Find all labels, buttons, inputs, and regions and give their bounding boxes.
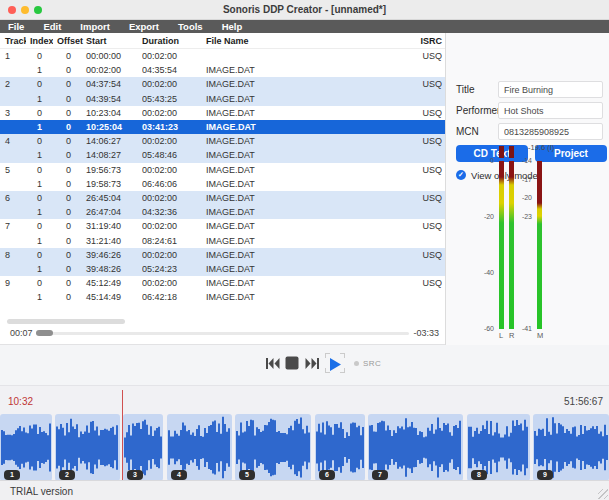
cell-isrc: USQ [401, 165, 445, 175]
cell-offset: 0 [53, 264, 84, 274]
cell-file: IMAGE.DAT [206, 136, 401, 146]
table-row[interactable]: 1039:48:2605:24:23IMAGE.DAT [0, 262, 445, 276]
column-header-index[interactable]: Index [26, 36, 53, 46]
track-marker-badge[interactable]: 2 [59, 470, 75, 480]
track-marker-badge[interactable]: 3 [127, 470, 143, 480]
cell-file: IMAGE.DAT [206, 292, 401, 302]
cell-file: IMAGE.DAT [206, 150, 401, 160]
menu-item-tools[interactable]: Tools [170, 21, 214, 32]
cell-index: 0 [26, 136, 53, 146]
cell-isrc: USQ [401, 221, 445, 231]
cell-offset: 0 [53, 278, 84, 288]
table-row[interactable]: 10000:00:0000:02:00USQ [0, 49, 445, 63]
horizontal-scrollbar[interactable] [7, 319, 125, 324]
track-marker-badge[interactable]: 7 [372, 470, 388, 480]
title-field[interactable] [498, 81, 603, 98]
playback-progress-row: 00:07 -03:33 [0, 325, 445, 343]
table-row[interactable]: 20004:37:5400:02:00IMAGE.DATUSQ [0, 77, 445, 91]
table-row[interactable]: 80039:46:2600:02:00IMAGE.DATUSQ [0, 248, 445, 262]
performer-field[interactable] [498, 102, 603, 119]
table-row[interactable]: 40014:06:2700:02:00IMAGE.DATUSQ [0, 134, 445, 148]
waveform-strip[interactable]: 123456789 [0, 414, 609, 481]
next-track-button[interactable] [305, 356, 321, 370]
table-row[interactable]: 1026:47:0404:32:36IMAGE.DAT [0, 205, 445, 219]
table-row[interactable]: 60026:45:0400:02:00IMAGE.DATUSQ [0, 191, 445, 205]
cell-duration: 04:32:36 [142, 207, 206, 217]
table-row[interactable]: 1014:08:2705:48:46IMAGE.DAT [0, 148, 445, 162]
cell-file: IMAGE.DAT [206, 250, 401, 260]
table-row[interactable]: 1010:25:0403:41:23IMAGE.DAT [0, 120, 445, 134]
cell-offset: 0 [53, 193, 84, 203]
lr-scale-tick: -60 [472, 325, 494, 332]
menu-item-import[interactable]: Import [72, 21, 121, 32]
cell-start: 26:45:04 [84, 193, 142, 203]
table-row[interactable]: 50019:56:7300:02:00IMAGE.DATUSQ [0, 163, 445, 177]
cell-offset: 0 [53, 94, 84, 104]
menu-item-edit[interactable]: Edit [35, 21, 72, 32]
menu-item-help[interactable]: Help [214, 21, 254, 32]
track-marker-badge[interactable]: 5 [239, 470, 255, 480]
cell-offset: 0 [53, 179, 84, 189]
table-row[interactable]: 90045:12:4900:02:00IMAGE.DATUSQ [0, 276, 445, 290]
table-body: 10000:00:0000:02:00USQ1000:02:0004:35:54… [0, 49, 445, 304]
level-meter-left [499, 161, 504, 329]
cell-start: 00:02:00 [84, 65, 142, 75]
progress-track[interactable] [36, 332, 409, 335]
column-header-start[interactable]: Start [84, 36, 142, 46]
view-only-checkbox[interactable]: ✓ [456, 170, 466, 180]
stop-button[interactable] [285, 356, 301, 370]
previous-track-button[interactable] [264, 356, 280, 370]
column-header-offset[interactable]: Offset [53, 36, 84, 46]
cell-start: 45:14:49 [84, 292, 142, 302]
trial-version-label: TRIAL version [10, 486, 73, 497]
cell-file: IMAGE.DAT [206, 221, 401, 231]
cell-start: 31:19:40 [84, 221, 142, 231]
src-status-icon [354, 361, 359, 366]
cell-offset: 0 [53, 150, 84, 160]
cell-offset: 0 [53, 65, 84, 75]
cell-duration: 05:48:46 [142, 150, 206, 160]
clip-indicator-left [499, 146, 504, 158]
column-header-duration[interactable]: Duration [142, 36, 206, 46]
track-marker-badge[interactable]: 9 [537, 470, 553, 480]
loudness-readout: -19.6 (I) [528, 143, 554, 152]
table-row[interactable]: 1031:21:4008:24:61IMAGE.DAT [0, 233, 445, 247]
cell-file: IMAGE.DAT [206, 278, 401, 288]
cell-file: IMAGE.DAT [206, 193, 401, 203]
table-row[interactable]: 70031:19:4000:02:00IMAGE.DATUSQ [0, 219, 445, 233]
table-row[interactable]: 1045:14:4906:42:18IMAGE.DAT [0, 290, 445, 304]
cell-track: 3 [0, 108, 26, 118]
play-button[interactable] [325, 353, 345, 373]
playhead-line[interactable] [122, 390, 123, 481]
cell-track: 8 [0, 250, 26, 260]
resize-grip-icon[interactable] [598, 489, 608, 499]
track-marker-badge[interactable]: 8 [471, 470, 487, 480]
mcn-field[interactable] [498, 123, 603, 140]
track-marker-badge[interactable]: 6 [319, 470, 335, 480]
channel-label-r: R [509, 331, 514, 340]
cell-index: 1 [26, 236, 53, 246]
table-row[interactable]: 1004:39:5405:43:25IMAGE.DAT [0, 92, 445, 106]
table-header: TrackIndexOffsetStartDurationFile NameIS… [0, 33, 445, 49]
cell-offset: 0 [53, 236, 84, 246]
menu-item-export[interactable]: Export [121, 21, 170, 32]
cell-track: 7 [0, 221, 26, 231]
cell-duration: 05:24:23 [142, 264, 206, 274]
cell-duration: 00:02:00 [142, 221, 206, 231]
track-marker-badge[interactable]: 1 [4, 470, 20, 480]
table-row[interactable]: 30010:23:0400:02:00IMAGE.DATUSQ [0, 106, 445, 120]
cell-start: 39:48:26 [84, 264, 142, 274]
column-header-file[interactable]: File Name [206, 36, 401, 46]
table-row[interactable]: 1000:02:0004:35:54IMAGE.DAT [0, 63, 445, 77]
cell-duration: 00:02:00 [142, 79, 206, 89]
total-duration-timecode: 51:56:67 [564, 396, 603, 407]
cell-start: 10:23:04 [84, 108, 142, 118]
table-row[interactable]: 1019:58:7306:46:06IMAGE.DAT [0, 177, 445, 191]
progress-thumb[interactable] [36, 330, 53, 336]
column-header-isrc[interactable]: ISRC [401, 36, 445, 46]
cell-start: 04:37:54 [84, 79, 142, 89]
column-header-track[interactable]: Track [0, 36, 26, 46]
cell-offset: 0 [53, 207, 84, 217]
track-marker-badge[interactable]: 4 [171, 470, 187, 480]
menu-item-file[interactable]: File [0, 21, 35, 32]
